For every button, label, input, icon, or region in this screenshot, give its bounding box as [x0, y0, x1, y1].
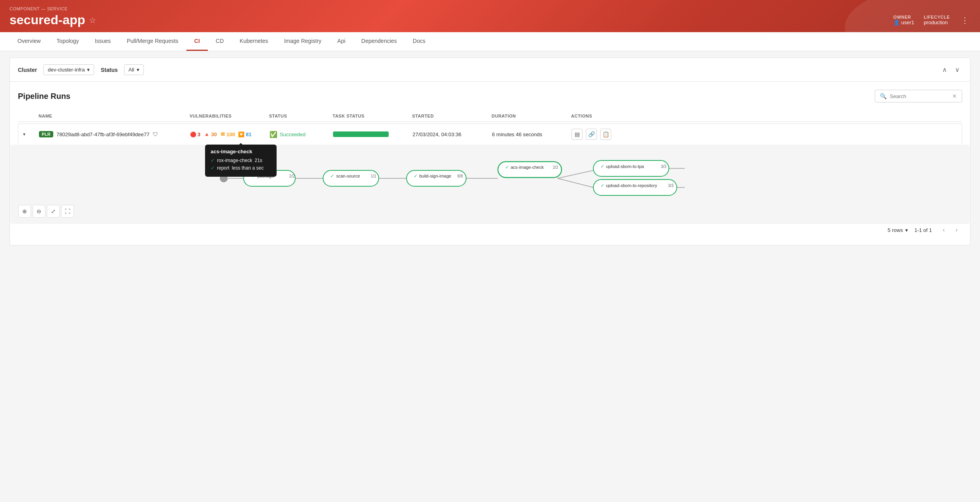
nav-topology[interactable]: Topology	[48, 32, 87, 51]
filter-left: Cluster dev-cluster-infra ▾ Status All ▾	[18, 64, 144, 75]
name-col-header: NAME	[39, 114, 190, 118]
svg-line-5	[558, 178, 593, 187]
nav-docs[interactable]: Docs	[405, 32, 434, 51]
status-success-icon: ✅	[269, 131, 277, 138]
started-col-header: STARTED	[412, 114, 492, 118]
breadcrumb: COMPONENT — SERVICE	[10, 6, 970, 11]
search-input[interactable]	[890, 93, 949, 99]
svg-text:2/2: 2/2	[289, 174, 295, 178]
tooltip-item-2: ✓ report less than a sec	[211, 165, 271, 171]
critical-count: 3	[198, 131, 200, 137]
svg-text:3/3: 3/3	[661, 164, 666, 169]
nav-kubernetes[interactable]: Kubernetes	[232, 32, 276, 51]
more-options-icon[interactable]: ⋮	[959, 14, 970, 27]
status-col-header: STATUS	[269, 114, 333, 118]
svg-text:✓: ✓	[505, 164, 509, 170]
nav-overview[interactable]: Overview	[10, 32, 48, 51]
details-button[interactable]: 📋	[600, 129, 611, 140]
app-header: COMPONENT — SERVICE secured-app ☆ Owner …	[0, 0, 980, 32]
zoom-out-button[interactable]: ⊖	[33, 205, 45, 218]
svg-text:scan-source: scan-source	[336, 174, 360, 178]
build-sign-image-node[interactable]: ✓ build-sign-image 8/8	[407, 170, 466, 186]
svg-text:✓: ✓	[330, 173, 334, 179]
node-tooltip: acs-image-check ✓ rox-image-check 21s ✓ …	[205, 145, 277, 177]
chevron-down-icon-2: ▾	[137, 67, 139, 73]
owner-value: 👤 user1	[893, 19, 914, 25]
tooltip-check-icon-2: ✓	[211, 165, 215, 171]
nav-api[interactable]: Api	[329, 32, 353, 51]
security-shield-icon: 🛡	[153, 131, 158, 137]
collapse-down-button[interactable]: ∨	[953, 65, 962, 75]
rows-label: 5 rows	[888, 227, 903, 233]
nav-dependencies[interactable]: Dependencies	[353, 32, 405, 51]
tooltip-label-1: rox-image-check	[217, 158, 252, 163]
search-box: 🔍 ✕	[875, 90, 962, 102]
collapse-up-button[interactable]: ∧	[940, 65, 949, 75]
prev-page-button[interactable]: ‹	[938, 224, 949, 236]
vuln-col-header: VULNERABILITIES	[190, 114, 269, 118]
tooltip-label-2: report	[217, 165, 229, 171]
svg-text:1/1: 1/1	[371, 174, 376, 178]
zoom-controls: ⊕ ⊖ ⤢ ⛶	[18, 205, 74, 218]
svg-text:upload-sbom-to-repository: upload-sbom-to-repository	[606, 183, 657, 188]
lifecycle-meta: Lifecycle production	[924, 15, 950, 25]
actions-col-header: ACTIONS	[571, 114, 619, 118]
next-page-button[interactable]: ›	[951, 224, 962, 236]
svg-text:2/2: 2/2	[553, 165, 558, 170]
nav-ci[interactable]: CI	[186, 32, 208, 51]
main-nav: Overview Topology Issues Pull/Merge Requ…	[0, 32, 980, 51]
table-row: ▾ PLR 78029ad8-abd7-47fb-af3f-69ebf49dee…	[18, 124, 962, 216]
tooltip-item-1: ✓ rox-image-check 21s	[211, 158, 271, 163]
cluster-filter-label: Cluster	[18, 67, 37, 73]
cluster-select[interactable]: dev-cluster-infra ▾	[43, 64, 94, 75]
medium-vuln: 〓 100	[220, 131, 235, 138]
pipeline-graph-area: ✓ package 2/2 ✓ scan-source 1/1 ✓	[10, 145, 970, 224]
logs-button[interactable]: ▤	[571, 129, 583, 140]
app-title: secured-app	[10, 13, 85, 27]
lifecycle-value: production	[924, 19, 950, 25]
zoom-reset-button[interactable]: ⤢	[47, 205, 60, 218]
low-count: 81	[246, 131, 251, 137]
search-icon: 🔍	[880, 93, 887, 99]
chevron-down-icon: ▾	[87, 67, 90, 73]
svg-line-4	[558, 170, 593, 178]
main-content: Cluster dev-cluster-infra ▾ Status All ▾…	[0, 51, 980, 258]
lifecycle-label: Lifecycle	[924, 15, 950, 19]
status-cell: ✅ Succeeded	[269, 131, 333, 138]
pipeline-run-row: ▾ PLR 78029ad8-abd7-47fb-af3f-69ebf49dee…	[18, 124, 962, 145]
favorite-icon[interactable]: ☆	[89, 15, 96, 25]
cluster-value: dev-cluster-infra	[48, 67, 85, 73]
status-filter-label: Status	[101, 67, 118, 73]
link-button[interactable]: 🔗	[586, 129, 597, 140]
nav-issues[interactable]: Issues	[87, 32, 118, 51]
svg-text:build-sign-image: build-sign-image	[419, 174, 451, 178]
rows-per-page-select[interactable]: 5 rows ▾	[888, 227, 908, 233]
tooltip-check-icon-1: ✓	[211, 158, 215, 163]
svg-text:acs-image-check: acs-image-check	[511, 165, 544, 170]
scan-source-node[interactable]: ✓ scan-source 1/1	[323, 170, 379, 186]
duration-col-header: DURATION	[492, 114, 571, 118]
pipeline-graph-svg: ✓ package 2/2 ✓ scan-source 1/1 ✓	[18, 156, 962, 200]
fullscreen-button[interactable]: ⛶	[61, 205, 74, 218]
expand-col-header	[23, 114, 39, 118]
pipeline-section: Pipeline Runs 🔍 ✕ NAME VULNERABILITIES S…	[10, 82, 970, 245]
pagination-range: 1-1 of 1	[914, 227, 932, 233]
high-count: 30	[211, 131, 217, 137]
task-status-col-header: TASK STATUS	[333, 114, 412, 118]
zoom-in-button[interactable]: ⊕	[18, 205, 31, 218]
tooltip-duration-1: 21s	[255, 158, 262, 163]
upload-sbom-to-repository-node[interactable]: ✓ upload-sbom-to-repository 3/3	[593, 180, 677, 195]
chevron-down-icon-3: ▾	[905, 227, 908, 233]
task-status-cell	[333, 131, 413, 137]
acs-image-check-node[interactable]: ✓ acs-image-check 2/2	[498, 162, 562, 178]
nav-image-registry[interactable]: Image Registry	[276, 32, 329, 51]
search-clear-icon[interactable]: ✕	[952, 93, 957, 99]
started-cell: 27/03/2024, 04:03:36	[413, 131, 492, 137]
nav-cd[interactable]: CD	[208, 32, 232, 51]
status-select[interactable]: All ▾	[124, 64, 143, 75]
upload-sbom-to-tpa-node[interactable]: ✓ upload-sbom-to-tpa 3/3	[593, 160, 669, 176]
svg-text:upload-sbom-to-tpa: upload-sbom-to-tpa	[606, 164, 644, 169]
pipeline-title: Pipeline Runs	[18, 92, 70, 101]
expand-row-button[interactable]: ▾	[23, 131, 39, 137]
nav-pull-merge[interactable]: Pull/Merge Requests	[119, 32, 186, 51]
